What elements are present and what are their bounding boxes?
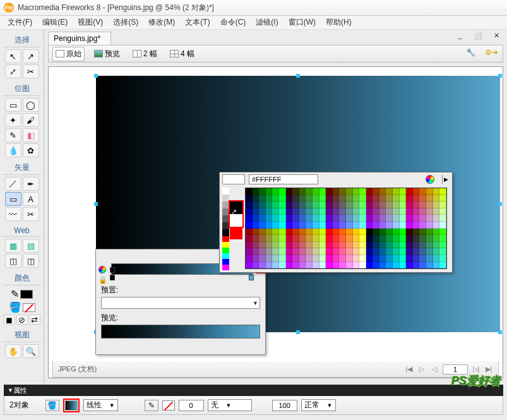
color-swatch[interactable]	[359, 201, 366, 208]
color-swatch[interactable]	[346, 242, 353, 249]
stroke-width-input[interactable]	[179, 400, 204, 411]
color-swatch[interactable]	[353, 262, 360, 269]
color-swatch[interactable]	[433, 188, 440, 195]
color-swatch[interactable]	[272, 188, 279, 195]
color-swatch[interactable]	[326, 248, 333, 255]
color-swatch[interactable]	[379, 262, 386, 269]
color-swatch[interactable]	[346, 262, 353, 269]
color-swatch[interactable]	[246, 262, 253, 269]
color-swatch[interactable]	[373, 195, 379, 202]
color-swatch[interactable]	[292, 208, 299, 215]
color-swatch[interactable]	[393, 262, 400, 269]
color-swatch[interactable]	[333, 229, 340, 236]
color-swatch[interactable]	[326, 235, 333, 242]
default-colors-button[interactable]: ◼	[4, 315, 15, 325]
color-swatch[interactable]	[246, 195, 253, 202]
color-swatch[interactable]	[286, 201, 293, 208]
gray-swatch[interactable]	[222, 215, 229, 222]
color-swatch[interactable]	[339, 235, 346, 242]
color-swatch[interactable]	[326, 188, 333, 195]
color-swatch[interactable]	[386, 215, 393, 222]
color-swatch[interactable]	[413, 229, 420, 236]
hotspot-tool[interactable]: ▦	[5, 239, 21, 253]
color-swatch[interactable]	[339, 242, 346, 249]
color-swatch[interactable]	[413, 255, 420, 262]
stroke-pencil-icon[interactable]: ✎	[145, 400, 158, 411]
color-swatch[interactable]	[299, 255, 306, 262]
color-swatch[interactable]	[253, 201, 259, 208]
color-swatch[interactable]	[346, 255, 353, 262]
color-swatch[interactable]	[286, 229, 293, 236]
color-swatch[interactable]	[379, 208, 386, 215]
color-swatch[interactable]	[386, 195, 393, 202]
subselect-tool[interactable]: ↗	[23, 49, 39, 63]
text-tool[interactable]: A	[23, 192, 39, 206]
menu-help[interactable]: 帮助(H)	[321, 16, 357, 29]
color-swatch[interactable]	[413, 215, 420, 222]
color-swatch[interactable]	[393, 195, 400, 202]
freeform-tool[interactable]: 〰	[5, 207, 21, 221]
color-swatch[interactable]	[259, 262, 266, 269]
color-swatch[interactable]	[319, 235, 326, 242]
color-swatch[interactable]	[259, 222, 266, 229]
color-swatch[interactable]	[319, 229, 326, 236]
last-frame-button[interactable]: ▶|	[484, 365, 493, 373]
color-swatch[interactable]	[299, 208, 306, 215]
color-swatch[interactable]	[246, 255, 253, 262]
color-swatch[interactable]	[400, 195, 407, 202]
color-swatch[interactable]	[373, 229, 379, 236]
color-swatch[interactable]	[426, 248, 433, 255]
fill-swatch[interactable]	[23, 303, 35, 312]
preset-combo[interactable]	[101, 297, 260, 309]
gray-swatch[interactable]	[222, 195, 229, 201]
color-swatch[interactable]	[400, 215, 407, 222]
color-swatch[interactable]	[406, 248, 413, 255]
color-swatch[interactable]	[359, 215, 366, 222]
color-swatch[interactable]	[406, 215, 413, 222]
color-swatch[interactable]	[393, 188, 400, 195]
color-swatch[interactable]	[346, 235, 353, 242]
knife-tool[interactable]: ✂	[23, 207, 39, 221]
fill-color-wheel-icon[interactable]	[98, 266, 106, 273]
color-swatch[interactable]	[313, 222, 319, 229]
pen-tool[interactable]: ✒	[23, 177, 39, 191]
color-swatch[interactable]	[353, 222, 360, 229]
color-swatch[interactable]	[326, 242, 333, 249]
color-swatch[interactable]	[366, 222, 373, 229]
color-swatch[interactable]	[266, 195, 273, 202]
color-swatch[interactable]	[426, 262, 433, 269]
color-swatch[interactable]	[286, 222, 293, 229]
color-swatch[interactable]	[292, 195, 299, 202]
view-preview-button[interactable]: 预览	[91, 47, 123, 61]
color-swatch[interactable]	[386, 229, 393, 236]
color-swatch[interactable]	[439, 262, 446, 269]
color-swatch[interactable]	[306, 242, 313, 249]
fill-type-combo[interactable]: 线性	[83, 399, 118, 411]
color-swatch[interactable]	[406, 208, 413, 215]
hex-input[interactable]: #FFFFFF	[249, 174, 318, 184]
color-swatch[interactable]	[299, 262, 306, 269]
color-swatch[interactable]	[413, 195, 420, 202]
hue-swatch[interactable]	[222, 242, 229, 248]
color-swatch[interactable]	[353, 201, 360, 208]
color-swatch[interactable]	[419, 222, 426, 229]
selection-handle[interactable]	[94, 202, 98, 206]
color-swatch[interactable]	[386, 248, 393, 255]
color-swatch[interactable]	[426, 242, 433, 249]
color-swatch[interactable]	[253, 188, 259, 195]
color-swatch[interactable]	[353, 188, 360, 195]
color-swatch[interactable]	[406, 222, 413, 229]
stroke-color-swatch[interactable]	[162, 400, 175, 411]
color-swatch[interactable]	[246, 248, 253, 255]
color-swatch[interactable]	[279, 215, 286, 222]
color-swatch[interactable]	[379, 242, 386, 249]
menu-modify[interactable]: 修改(M)	[143, 16, 180, 29]
color-swatch[interactable]	[299, 222, 306, 229]
color-swatch[interactable]	[426, 215, 433, 222]
hue-swatch[interactable]	[222, 259, 229, 265]
color-swatch[interactable]	[426, 195, 433, 202]
view-original-button[interactable]: 原始	[52, 47, 85, 61]
color-swatch[interactable]	[433, 235, 440, 242]
bucket-fill-icon[interactable]: 🪣	[9, 301, 21, 313]
color-swatch[interactable]	[272, 262, 279, 269]
